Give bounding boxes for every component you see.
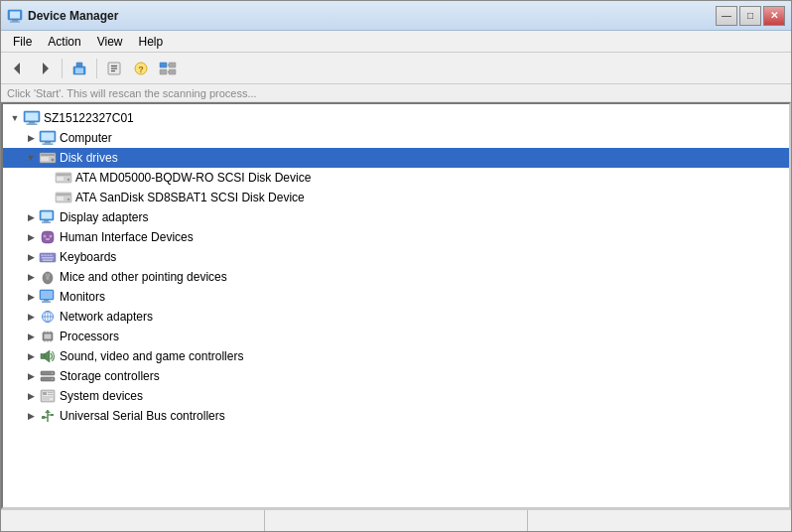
toggle-root[interactable]: ▼	[7, 110, 23, 126]
tree-item-storage[interactable]: ▶ Storage controllers	[3, 366, 789, 386]
sound-label: Sound, video and game controllers	[60, 349, 243, 363]
disk1-icon	[55, 169, 72, 187]
toggle-processors[interactable]: ▶	[23, 329, 39, 344]
up-button[interactable]	[66, 57, 92, 80]
svg-point-57	[47, 276, 50, 280]
tree-item-monitors[interactable]: ▶ Monitors	[3, 287, 789, 307]
toggle-disk-drives[interactable]: ▼	[23, 150, 39, 166]
menu-action[interactable]: Action	[40, 33, 88, 51]
properties-button[interactable]	[101, 57, 127, 80]
keyboard-icon	[39, 248, 57, 266]
scan-button[interactable]	[155, 57, 181, 80]
disk-drives-icon	[39, 149, 57, 167]
tree-item-computer[interactable]: ▶ Computer	[3, 128, 789, 148]
monitor-icon	[39, 288, 57, 306]
svg-rect-40	[42, 212, 53, 219]
svg-rect-61	[42, 302, 51, 303]
tree-item-display[interactable]: ▶ Display adapters	[3, 207, 789, 227]
device-manager-window: Device Manager — □ ✕ File Action View He…	[0, 0, 792, 532]
tree-item-hid[interactable]: ▶ Human Interface Devices	[3, 227, 789, 247]
svg-rect-52	[42, 257, 54, 259]
svg-rect-3	[10, 21, 20, 22]
svg-point-37	[67, 199, 69, 200]
svg-point-78	[52, 372, 54, 374]
disk2-icon	[55, 189, 72, 206]
svg-rect-85	[43, 397, 53, 398]
tree-item-network[interactable]: ▶ Network adapters	[3, 307, 789, 327]
monitors-label: Monitors	[60, 290, 105, 304]
toggle-storage[interactable]: ▶	[23, 368, 39, 384]
status-section-3	[528, 510, 791, 531]
svg-rect-59	[41, 291, 53, 299]
tree-item-system[interactable]: ▶ System devices	[3, 386, 789, 406]
toggle-disk2	[39, 190, 55, 205]
toggle-disk1	[39, 170, 55, 186]
svg-point-45	[50, 235, 53, 238]
svg-point-29	[52, 159, 55, 162]
toggle-system[interactable]: ▶	[23, 388, 39, 404]
svg-point-79	[52, 378, 54, 380]
tree-item-usb[interactable]: ▶ Universal Serial Bus controllers	[3, 406, 789, 426]
svg-rect-6	[76, 63, 82, 66]
svg-rect-84	[48, 394, 53, 395]
toggle-mice[interactable]: ▶	[23, 269, 39, 285]
toolbar-separator-2	[96, 59, 97, 78]
help-button[interactable]: ?	[128, 57, 154, 80]
tree-item-root[interactable]: ▼ SZ15122327C01	[3, 108, 789, 128]
toggle-monitors[interactable]: ▶	[23, 289, 39, 305]
svg-rect-2	[12, 20, 18, 22]
svg-rect-18	[169, 69, 176, 74]
tree-item-disk1[interactable]: ATA MD05000-BQDW-RO SCSI Disk Device	[3, 168, 789, 188]
svg-text:?: ?	[138, 65, 144, 74]
svg-rect-42	[42, 222, 51, 223]
tree-item-processors[interactable]: ▶ Processors	[3, 327, 789, 346]
back-button[interactable]	[5, 57, 31, 80]
toggle-computer[interactable]: ▶	[23, 130, 39, 146]
forward-button[interactable]	[32, 57, 58, 80]
tree-item-disk-drives[interactable]: ▼ Disk drives	[3, 148, 789, 168]
tree-item-mice[interactable]: ▶ Mice and other pointing devices	[3, 267, 789, 287]
toggle-keyboards[interactable]: ▶	[23, 249, 39, 265]
svg-rect-86	[43, 399, 50, 400]
menu-view[interactable]: View	[89, 33, 131, 51]
toolbar: ?	[1, 53, 791, 84]
toggle-display[interactable]: ▶	[23, 209, 39, 225]
svg-marker-75	[45, 350, 50, 362]
status-bar	[1, 509, 791, 531]
menu-help[interactable]: Help	[131, 33, 172, 51]
svg-rect-41	[44, 220, 49, 222]
svg-rect-60	[44, 300, 49, 302]
svg-rect-36	[57, 194, 70, 196]
svg-rect-16	[160, 69, 167, 74]
toggle-network[interactable]: ▶	[23, 309, 39, 325]
svg-rect-30	[41, 157, 49, 161]
svg-rect-22	[27, 124, 38, 125]
window-controls: — □ ✕	[716, 6, 785, 26]
menu-file[interactable]: File	[5, 33, 40, 51]
computer-icon	[23, 109, 41, 127]
toggle-hid[interactable]: ▶	[23, 229, 39, 245]
svg-rect-49	[45, 255, 47, 257]
tree-item-disk2[interactable]: ATA SanDisk SD8SBAT1 SCSI Disk Device	[3, 188, 789, 207]
usb-icon	[39, 407, 57, 425]
svg-rect-1	[10, 11, 20, 18]
minimize-button[interactable]: —	[716, 6, 737, 26]
close-button[interactable]: ✕	[763, 6, 785, 26]
toggle-usb[interactable]: ▶	[23, 408, 39, 424]
banner-text: Click 'Start'. This will rescan the scan…	[7, 87, 257, 99]
svg-rect-50	[48, 255, 50, 257]
tree-item-keyboards[interactable]: ▶ Keyboards	[3, 247, 789, 267]
maximize-button[interactable]: □	[739, 6, 761, 26]
tree-item-sound[interactable]: ▶ Sound, video and game controllers	[3, 346, 789, 366]
svg-rect-82	[43, 392, 47, 395]
disk2-label: ATA SanDisk SD8SBAT1 SCSI Disk Device	[75, 191, 305, 204]
processors-label: Processors	[60, 330, 119, 343]
svg-rect-48	[42, 255, 44, 257]
display-icon	[39, 208, 57, 226]
processors-icon	[39, 328, 57, 345]
system-label: System devices	[60, 389, 143, 403]
toggle-sound[interactable]: ▶	[23, 348, 39, 364]
device-tree[interactable]: ▼ SZ15122327C01 ▶	[1, 102, 791, 509]
svg-marker-5	[43, 63, 49, 74]
window-title: Device Manager	[28, 9, 716, 23]
